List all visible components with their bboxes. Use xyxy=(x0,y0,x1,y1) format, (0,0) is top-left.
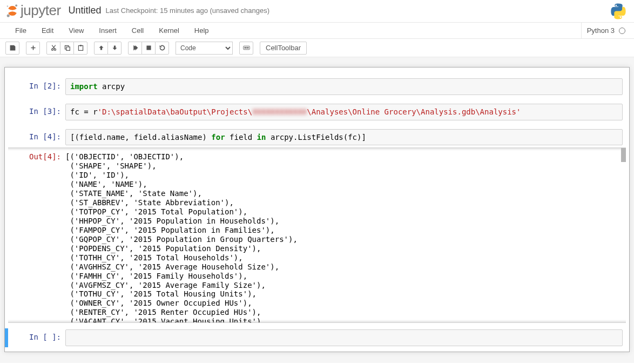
logo-text: jupyter xyxy=(21,2,61,19)
kernel-name: Python 3 xyxy=(587,26,615,35)
menu-view[interactable]: View xyxy=(61,23,91,38)
code-cell[interactable]: In [3]: fc = r'D:\spatialData\baOutput\P… xyxy=(8,103,626,122)
move-up-button[interactable] xyxy=(94,42,108,55)
restart-button[interactable] xyxy=(155,42,169,55)
menu-edit[interactable]: Edit xyxy=(34,23,61,38)
in-prompt: In [3]: xyxy=(11,104,65,120)
cut-button[interactable] xyxy=(46,42,60,55)
move-down-button[interactable] xyxy=(107,42,122,55)
stop-button[interactable] xyxy=(141,42,156,55)
svg-rect-9 xyxy=(146,45,151,50)
svg-rect-13 xyxy=(247,47,248,49)
code-cell[interactable]: In [2]: import arcpy xyxy=(8,77,626,96)
checkpoint-text: Last Checkpoint: 15 minutes ago (unsaved… xyxy=(106,6,270,15)
code-input[interactable]: fc = r'D:\spatialData\baOutput\Projects\… xyxy=(65,104,623,120)
run-button[interactable] xyxy=(128,42,142,55)
notebook-container: In [2]: import arcpy In [3]: fc = r'D:\s… xyxy=(0,57,634,363)
kernel-indicator: Python 3 xyxy=(581,23,629,38)
toolbar: Code CellToolbar xyxy=(0,39,634,57)
jupyter-logo[interactable]: jupyter xyxy=(5,2,61,19)
svg-rect-8 xyxy=(79,45,81,46)
menu-cell[interactable]: Cell xyxy=(124,23,151,38)
command-palette-button[interactable] xyxy=(239,42,253,55)
code-cell[interactable]: In [4]: [(field.name, field.aliasName) f… xyxy=(8,128,626,147)
in-prompt: In [2]: xyxy=(11,78,65,95)
svg-point-0 xyxy=(15,4,17,6)
svg-rect-12 xyxy=(246,47,246,49)
cell-type-select[interactable]: Code xyxy=(176,42,233,55)
output-scroll-area[interactable]: Out[4]: [('OBJECTID', 'OBJECTID'), ('SHA… xyxy=(8,147,626,323)
menu-file[interactable]: File xyxy=(5,23,34,38)
header: jupyter Untitled Last Checkpoint: 15 min… xyxy=(0,0,634,23)
notebook: In [2]: import arcpy In [3]: fc = r'D:\s… xyxy=(4,67,630,352)
copy-button[interactable] xyxy=(60,42,74,55)
code-cell-selected[interactable]: In [ ]: xyxy=(8,328,626,347)
paste-button[interactable] xyxy=(73,42,87,55)
svg-rect-11 xyxy=(244,47,246,49)
menu-help[interactable]: Help xyxy=(187,23,217,38)
save-button[interactable] xyxy=(5,42,19,55)
code-input[interactable]: [(field.name, field.aliasName) for field… xyxy=(65,129,623,146)
in-prompt: In [4]: xyxy=(11,129,65,146)
output-text: [('OBJECTID', 'OBJECTID'), ('SHAPE', 'SH… xyxy=(65,149,623,323)
out-prompt: Out[4]: xyxy=(11,149,65,323)
jupyter-planet-icon xyxy=(5,4,19,18)
menu-insert[interactable]: Insert xyxy=(91,23,124,38)
kernel-status-icon xyxy=(619,28,625,34)
in-prompt: In [ ]: xyxy=(11,329,65,346)
svg-point-2 xyxy=(7,5,9,7)
menu-kernel[interactable]: Kernel xyxy=(151,23,187,38)
svg-rect-7 xyxy=(78,45,83,50)
code-input[interactable] xyxy=(65,329,623,346)
svg-rect-6 xyxy=(66,47,70,51)
python-logo-icon xyxy=(610,3,626,19)
code-input[interactable]: import arcpy xyxy=(65,78,623,95)
notebook-title[interactable]: Untitled xyxy=(69,5,102,16)
menubar: File Edit View Insert Cell Kernel Help P… xyxy=(0,23,634,39)
add-cell-button[interactable] xyxy=(26,42,40,55)
celltoolbar-button[interactable]: CellToolbar xyxy=(260,42,307,55)
svg-point-1 xyxy=(7,14,10,17)
